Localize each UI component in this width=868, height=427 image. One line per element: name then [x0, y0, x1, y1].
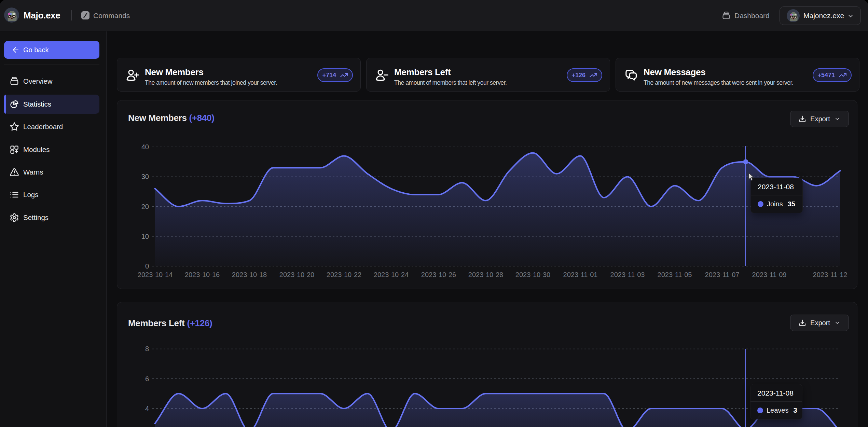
- svg-text:2023-11-05: 2023-11-05: [658, 271, 692, 278]
- svg-text:20: 20: [141, 203, 149, 210]
- svg-text:2023-11-09: 2023-11-09: [752, 271, 787, 278]
- svg-text:40: 40: [141, 143, 149, 151]
- svg-text:2023-10-24: 2023-10-24: [374, 271, 409, 278]
- svg-text:10: 10: [141, 233, 149, 240]
- svg-text:2023-10-28: 2023-10-28: [468, 271, 503, 278]
- svg-text:8: 8: [145, 345, 149, 353]
- svg-text:6: 6: [145, 375, 149, 383]
- svg-text:30: 30: [141, 173, 149, 180]
- svg-text:2023-10-22: 2023-10-22: [327, 271, 361, 278]
- svg-text:2023-10-20: 2023-10-20: [279, 271, 314, 278]
- svg-text:2023-10-18: 2023-10-18: [232, 271, 267, 278]
- svg-text:0: 0: [145, 262, 149, 270]
- svg-text:2023-11-07: 2023-11-07: [705, 271, 740, 278]
- svg-text:2023-10-30: 2023-10-30: [515, 271, 550, 278]
- svg-text:2023-11-01: 2023-11-01: [563, 271, 598, 278]
- svg-text:2023-10-14: 2023-10-14: [138, 271, 173, 278]
- svg-text:2023-11-03: 2023-11-03: [610, 271, 645, 278]
- svg-text:2023-10-16: 2023-10-16: [185, 271, 220, 278]
- svg-text:4: 4: [145, 405, 149, 412]
- svg-text:2023-11-12: 2023-11-12: [813, 271, 848, 278]
- svg-text:2023-10-26: 2023-10-26: [421, 271, 456, 278]
